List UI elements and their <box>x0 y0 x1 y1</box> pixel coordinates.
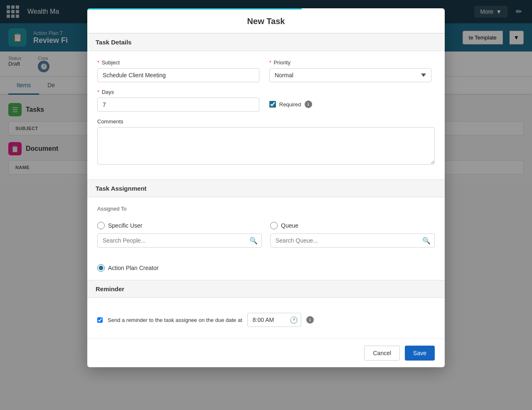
days-input[interactable] <box>97 98 259 112</box>
search-queue-wrap: 🔍 <box>270 233 435 248</box>
subject-col: * Subject <box>97 59 259 82</box>
priority-select[interactable]: Low Normal High <box>269 68 431 82</box>
queue-radio-item[interactable]: Queue <box>270 222 435 229</box>
action-plan-creator-label[interactable]: Action Plan Creator <box>108 265 158 271</box>
required-info-icon[interactable]: i <box>305 101 312 108</box>
clock-button[interactable]: 🕐 <box>290 316 298 324</box>
modal-overlay: New Task Task Details * Subject * Priori… <box>0 0 532 410</box>
modal-footer: Cancel Save <box>87 339 445 367</box>
search-people-icon: 🔍 <box>249 237 258 245</box>
assigned-to-label: Assigned To <box>97 206 435 212</box>
time-input-wrap: 🕐 <box>247 313 301 327</box>
days-label: * Days <box>97 89 259 95</box>
priority-label: * Priority <box>269 59 431 66</box>
comments-row: Comments <box>97 118 435 164</box>
required-col: Required i <box>269 89 431 112</box>
subject-input[interactable] <box>97 68 259 82</box>
modal-title: New Task <box>97 17 435 26</box>
reminder-body: Send a reminder to the task assignee on … <box>87 298 445 339</box>
save-button[interactable]: Save <box>405 346 435 361</box>
required-label[interactable]: Required <box>279 101 301 108</box>
reminder-row: Send a reminder to the task assignee on … <box>97 306 435 330</box>
comments-label: Comments <box>97 118 435 125</box>
specific-user-radio[interactable] <box>97 222 105 229</box>
comments-textarea[interactable] <box>97 127 435 164</box>
search-queue-input[interactable] <box>270 233 435 248</box>
required-checkbox[interactable] <box>269 101 276 108</box>
priority-col: * Priority Low Normal High <box>269 59 431 82</box>
right-assignment-col: Queue 🔍 <box>270 219 435 272</box>
comments-col: Comments <box>97 118 435 164</box>
task-assignment-section-header: Task Assignment <box>87 179 445 197</box>
specific-user-label[interactable]: Specific User <box>108 222 142 229</box>
required-checkbox-row: Required i <box>269 89 431 108</box>
queue-radio-group: Queue 🔍 <box>270 222 435 248</box>
cancel-button[interactable]: Cancel <box>364 346 400 361</box>
queue-label[interactable]: Queue <box>281 222 298 229</box>
action-plan-creator-radio[interactable] <box>97 264 105 272</box>
assignment-radio-group: Specific User 🔍 Action Plan Creator <box>97 222 262 272</box>
left-assignment-col: Specific User 🔍 Action Plan Creator <box>97 219 262 272</box>
days-required-row: * Days Required i <box>97 89 435 112</box>
subject-priority-row: * Subject * Priority Low Normal High <box>97 59 435 82</box>
search-people-wrap: 🔍 <box>97 233 262 248</box>
task-details-body: * Subject * Priority Low Normal High <box>87 51 445 179</box>
search-people-input[interactable] <box>97 233 262 248</box>
days-col: * Days <box>97 89 259 112</box>
progress-bar <box>87 8 445 10</box>
queue-radio[interactable] <box>270 222 278 229</box>
reminder-section-header: Reminder <box>87 280 445 298</box>
search-queue-icon: 🔍 <box>422 237 431 245</box>
subject-label: * Subject <box>97 59 259 66</box>
reminder-text[interactable]: Send a reminder to the task assignee on … <box>108 317 242 323</box>
task-details-section-header: Task Details <box>87 33 445 51</box>
reminder-checkbox[interactable] <box>97 317 103 323</box>
assignment-grid: Specific User 🔍 Action Plan Creator <box>97 219 435 272</box>
action-plan-creator-radio-item[interactable]: Action Plan Creator <box>97 264 262 272</box>
modal-header: New Task <box>87 8 445 33</box>
task-assignment-body: Assigned To Specific User 🔍 <box>87 197 445 280</box>
specific-user-radio-item[interactable]: Specific User <box>97 222 262 229</box>
reminder-info-icon[interactable]: i <box>306 316 314 324</box>
new-task-modal: New Task Task Details * Subject * Priori… <box>87 8 445 367</box>
